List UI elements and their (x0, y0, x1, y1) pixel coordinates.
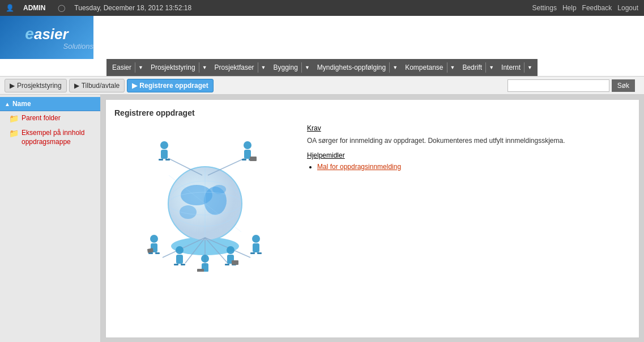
nav-item-easier[interactable]: Easier ▼ (109, 61, 146, 74)
krav-description: OA sørger for innmelding av oppdraget. D… (307, 136, 630, 146)
hjelpemidler-list: Mal for oppdragsinnmelding (317, 163, 630, 171)
breadcrumb-registrere[interactable]: ▶ Registrere oppdraget (127, 79, 213, 92)
svg-point-46 (244, 141, 251, 149)
svg-rect-45 (165, 159, 170, 161)
top-bar-right: Settings Help Feedback Logout (532, 4, 638, 12)
svg-point-33 (227, 246, 234, 254)
logo-solutions: Solutions (63, 42, 93, 50)
datetime-label: Tuesday, December 18, 2012 13:52:18 (74, 4, 191, 12)
content-area: Registrere oppdraget (105, 99, 639, 338)
settings-link[interactable]: Settings (532, 4, 557, 12)
sidebar-header: ▲ Name (0, 97, 100, 111)
help-link[interactable]: Help (562, 4, 577, 12)
breadcrumb-prosjektstyring[interactable]: ▶ Prosjektstyring (5, 79, 67, 92)
nav-bar: Easier ▼ Prosjektstyring ▼ Prosjektfaser… (106, 59, 538, 76)
svg-point-42 (160, 141, 168, 149)
nav-item-internt[interactable]: Internt ▼ (498, 61, 535, 74)
svg-rect-25 (176, 255, 183, 264)
search-input[interactable] (507, 79, 609, 92)
svg-rect-43 (161, 150, 168, 159)
svg-rect-37 (232, 260, 238, 265)
nav-item-bygging[interactable]: Bygging ▼ (270, 61, 313, 74)
admin-label: ADMIN (23, 4, 45, 12)
clock-icon: ◯ (58, 4, 65, 12)
mal-link[interactable]: Mal for oppdragsinnmelding (317, 163, 401, 171)
folder-icon: 📁 (9, 114, 19, 123)
svg-point-24 (176, 246, 184, 254)
content-text: Krav OA sørger for innmelding av oppdrag… (307, 124, 630, 272)
content-body: Krav OA sørger for innmelding av oppdrag… (114, 124, 630, 272)
nav-item-prosjektstyring[interactable]: Prosjektstyring ▼ (147, 61, 210, 74)
logo-area[interactable]: e asier Solutions (0, 16, 93, 59)
breadcrumb-tilbud[interactable]: ▶ Tilbud/avtale (69, 79, 125, 92)
svg-point-28 (201, 255, 209, 263)
feedback-link[interactable]: Feedback (582, 4, 612, 12)
header: e asier Solutions Easier ▼ Prosjektstyri… (0, 16, 644, 77)
svg-rect-35 (225, 264, 229, 265)
top-bar-left: 👤 ADMIN ◯ Tuesday, December 18, 2012 13:… (6, 4, 191, 12)
krav-link[interactable]: Krav (307, 124, 630, 132)
folder-icon-2: 📁 (9, 129, 19, 138)
svg-rect-50 (250, 157, 257, 161)
svg-point-5 (180, 205, 197, 219)
svg-line-18 (208, 158, 245, 175)
svg-rect-44 (159, 159, 163, 161)
hjelpemidler-link[interactable]: Hjelpemidler (307, 151, 630, 159)
nav-item-myndighets[interactable]: Myndighets-oppfølging ▼ (314, 61, 400, 74)
svg-rect-41 (257, 252, 262, 254)
svg-point-38 (252, 235, 260, 243)
main-layout: ▲ Name 📁 Parent folder 📁 Eksempel på inn… (0, 95, 644, 342)
logo-easier: asier (34, 26, 69, 43)
nav-item-bedrift[interactable]: Bedrift ▼ (459, 61, 497, 74)
content-title: Registrere oppdraget (114, 108, 630, 117)
svg-rect-32 (197, 269, 204, 272)
svg-point-19 (150, 235, 158, 243)
sidebar-item-parent-folder[interactable]: 📁 Parent folder (0, 111, 100, 126)
list-item-mal: Mal for oppdragsinnmelding (317, 163, 630, 171)
sidebar-item-eksempel[interactable]: 📁 Eksempel på innhold oppdragsmappe (0, 126, 100, 149)
svg-rect-27 (181, 264, 185, 265)
sidebar: ▲ Name 📁 Parent folder 📁 Eksempel på inn… (0, 95, 101, 342)
svg-rect-22 (155, 252, 160, 254)
user-icon: 👤 (6, 4, 14, 12)
sort-icon: ▲ (5, 101, 10, 107)
nav-item-kompetanse[interactable]: Kompetanse ▼ (402, 61, 458, 74)
logout-link[interactable]: Logout (617, 4, 638, 12)
nav-item-prosjektfaser[interactable]: Prosjektfaser ▼ (211, 61, 269, 74)
svg-rect-26 (174, 264, 178, 265)
top-bar: 👤 ADMIN ◯ Tuesday, December 18, 2012 13:… (0, 0, 644, 16)
svg-rect-40 (250, 252, 255, 254)
svg-rect-48 (242, 159, 246, 161)
search-area: Søk (507, 79, 639, 92)
svg-rect-39 (253, 243, 259, 252)
breadcrumb-bar: ▶ Prosjektstyring ▶ Tilbud/avtale ▶ Regi… (0, 77, 644, 95)
search-button[interactable]: Søk (612, 79, 635, 92)
content-image (114, 124, 296, 272)
